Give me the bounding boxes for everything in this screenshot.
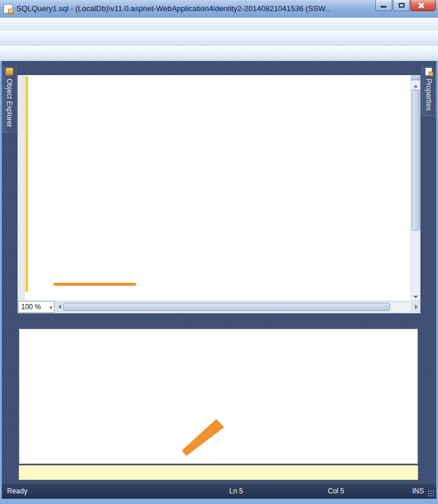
zoom-select[interactable]: 100 % (18, 301, 55, 313)
editor-bottom-bar: 100 % (18, 300, 420, 313)
splitter-handle[interactable] (411, 75, 420, 80)
minimize-button[interactable] (375, 0, 392, 11)
editor-horizontal-scrollbar[interactable] (63, 302, 411, 312)
scroll-up-icon[interactable] (411, 80, 420, 89)
window-title: SQLQuery1.sql - (LocalDb)\v11.0.aspnet-W… (16, 4, 372, 13)
object-explorer-icon (5, 67, 13, 76)
ssms-window: SQLQuery1.sql - (LocalDb)\v11.0.aspnet-W… (0, 0, 438, 504)
properties-label: Properties (425, 79, 432, 111)
menu-bar (0, 18, 438, 31)
properties-icon (425, 67, 432, 76)
object-explorer-label: Object Explorer (6, 79, 13, 127)
scroll-down-icon[interactable] (411, 292, 420, 300)
sql-editor-toolbar (0, 46, 438, 61)
status-bar: Ready Ln 5 Col 5 INS (2, 483, 436, 499)
title-bar: SQLQuery1.sql - (LocalDb)\v11.0.aspnet-W… (0, 0, 438, 18)
sql-editor[interactable] (18, 75, 420, 300)
object-explorer-tab[interactable]: Object Explorer (2, 66, 16, 133)
change-tracking-bar (25, 76, 28, 292)
scroll-thumb[interactable] (63, 303, 390, 311)
status-line: Ln 5 (229, 487, 243, 495)
resize-grip[interactable] (427, 490, 434, 497)
standard-toolbar (0, 31, 438, 46)
document-tab-strip (18, 61, 420, 75)
chevron-down-icon (49, 303, 52, 311)
maximize-button[interactable] (393, 0, 410, 11)
properties-tab[interactable]: Properties (422, 66, 436, 116)
app-icon (4, 4, 13, 13)
results-panel (19, 329, 418, 464)
scroll-left-icon[interactable] (55, 302, 63, 312)
scroll-right-icon[interactable] (412, 302, 420, 312)
close-button[interactable] (410, 0, 436, 11)
status-ready: Ready (7, 487, 28, 495)
status-insert-mode[interactable]: INS (412, 487, 424, 495)
status-column: Col 5 (328, 487, 344, 495)
query-status-strip (19, 465, 418, 480)
zoom-value: 100 % (21, 303, 49, 311)
indicator-margin (18, 75, 25, 300)
editor-vertical-scrollbar[interactable] (410, 75, 420, 300)
scroll-thumb[interactable] (412, 90, 420, 231)
